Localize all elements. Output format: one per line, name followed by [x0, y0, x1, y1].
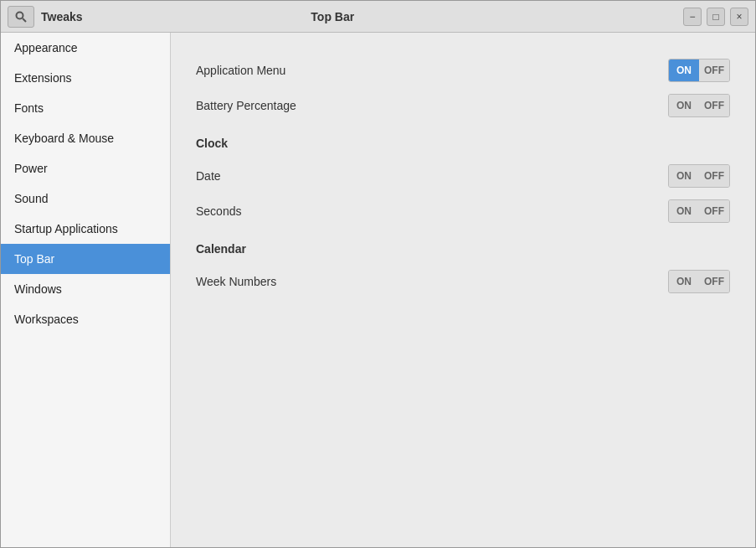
titlebar: Tweaks Top Bar − □ ×	[1, 1, 755, 33]
toggle-off-battery-percentage: OFF	[699, 95, 729, 116]
sidebar: AppearanceExtensionsFontsKeyboard & Mous…	[1, 33, 171, 547]
toggle-on-battery-percentage: ON	[669, 95, 699, 116]
section-label-calendar: Calendar	[196, 242, 730, 256]
main-window: Tweaks Top Bar − □ × AppearanceExtension…	[0, 0, 756, 548]
toggle-seconds[interactable]: ONOFF	[668, 199, 730, 223]
close-button[interactable]: ×	[730, 8, 748, 26]
setting-row-seconds: SecondsONOFF	[196, 194, 730, 229]
setting-row-application-menu: Application MenuONOFF	[196, 53, 730, 88]
window-title: Top Bar	[0, 10, 683, 23]
toggle-on-date: ON	[669, 165, 699, 187]
setting-row-week-numbers: Week NumbersONOFF	[196, 264, 730, 299]
sidebar-item-workspaces[interactable]: Workspaces	[1, 304, 170, 334]
toggle-battery-percentage[interactable]: ONOFF	[668, 94, 730, 117]
toggle-application-menu[interactable]: ONOFF	[668, 59, 730, 82]
minimize-button[interactable]: −	[683, 8, 702, 26]
sidebar-item-extensions[interactable]: Extensions	[1, 63, 170, 93]
main-panel: Application MenuONOFFBattery PercentageO…	[171, 33, 755, 547]
toggle-on-seconds: ON	[669, 200, 699, 222]
toggle-week-numbers[interactable]: ONOFF	[668, 270, 730, 293]
setting-label-week-numbers: Week Numbers	[196, 275, 668, 288]
maximize-button[interactable]: □	[707, 8, 725, 26]
sidebar-item-keyboard-mouse[interactable]: Keyboard & Mouse	[1, 123, 170, 153]
sidebar-item-startup-applications[interactable]: Startup Applications	[1, 214, 170, 244]
toggle-date[interactable]: ONOFF	[668, 164, 730, 188]
sidebar-item-power[interactable]: Power	[1, 153, 170, 184]
toggle-off-date: OFF	[699, 165, 729, 187]
sidebar-item-sound[interactable]: Sound	[1, 184, 170, 214]
toggle-off-seconds: OFF	[699, 200, 729, 222]
content-area: AppearanceExtensionsFontsKeyboard & Mous…	[1, 33, 755, 547]
setting-label-application-menu: Application Menu	[196, 64, 668, 77]
toggle-on-application-menu: ON	[669, 59, 699, 81]
sidebar-item-windows[interactable]: Windows	[1, 274, 170, 304]
setting-row-battery-percentage: Battery PercentageONOFF	[196, 88, 730, 123]
setting-label-seconds: Seconds	[196, 204, 668, 218]
section-label-clock: Clock	[196, 137, 730, 150]
toggle-on-week-numbers: ON	[669, 271, 699, 292]
setting-label-date: Date	[196, 169, 668, 183]
setting-row-date: DateONOFF	[196, 158, 730, 194]
toggle-off-application-menu: OFF	[699, 59, 729, 81]
sidebar-item-fonts[interactable]: Fonts	[1, 93, 170, 123]
sidebar-item-appearance[interactable]: Appearance	[1, 33, 170, 63]
sidebar-item-top-bar[interactable]: Top Bar	[1, 244, 170, 274]
window-controls: − □ ×	[683, 8, 748, 26]
toggle-off-week-numbers: OFF	[699, 271, 729, 292]
setting-label-battery-percentage: Battery Percentage	[196, 99, 668, 112]
